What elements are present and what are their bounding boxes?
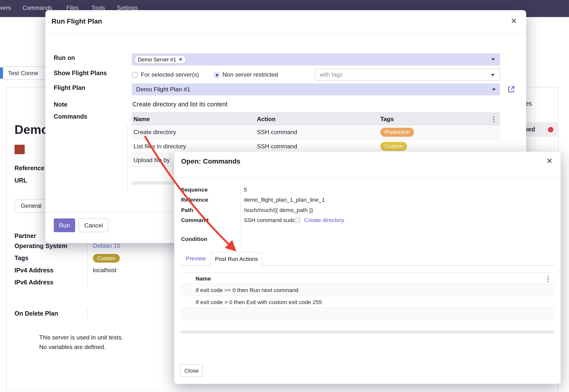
kebab-menu-icon[interactable]: ⋮ <box>490 116 497 123</box>
os-value-link[interactable]: Debian 10 <box>93 242 120 249</box>
actions-table-header: Name ⋮ <box>180 272 555 284</box>
server-tag-chip[interactable]: Demo Server #1 ✕ <box>134 55 186 64</box>
field-separator <box>87 309 87 319</box>
primary-button-edge <box>0 68 3 79</box>
notes-tab-partial[interactable]: es <box>526 100 532 108</box>
ipv4-value: localhost <box>93 267 116 274</box>
with-tags-select[interactable]: with tags <box>315 69 500 81</box>
sequence-value: 5 <box>244 186 247 193</box>
field-separator <box>241 185 241 230</box>
partner-label: Partner <box>14 233 36 240</box>
action-row-empty <box>180 308 555 320</box>
chevron-down-icon <box>491 58 495 61</box>
condition-label: Condition <box>181 236 207 242</box>
screen: vers Commands Files Tools Settings Test … <box>0 0 569 392</box>
radio-for-selected-servers-label[interactable]: For selected server(s) <box>141 71 199 78</box>
tag-badge-production: Production <box>380 128 414 137</box>
flight-plan-select[interactable]: Demo Flight Plan #1 <box>132 84 500 96</box>
close-button[interactable]: Close <box>180 364 203 377</box>
command-label: Command <box>181 217 209 224</box>
table-left-guide <box>127 125 127 192</box>
run-on-label: Run on <box>54 55 75 62</box>
col-header-tags[interactable]: Tags <box>380 113 394 125</box>
test-connection-button[interactable]: Test Conne <box>3 66 46 80</box>
action-text: If exit code == 0 then Run next command <box>196 284 299 296</box>
col-header-name[interactable]: Name <box>134 113 150 125</box>
unit-tests-note-line2: No variables are defined. <box>39 344 106 350</box>
radio-non-server-restricted-label[interactable]: Non server restricted <box>222 71 278 78</box>
reference-value: demo_flight_plan_1_plan_line_1 <box>244 197 325 203</box>
create-directory-link[interactable]: Create directory <box>304 217 344 224</box>
col-header-name[interactable]: Name <box>196 273 211 284</box>
modal-title: Open: Commands <box>181 157 241 165</box>
server-heading: Demo <box>14 123 49 137</box>
with-tags-placeholder: with tags <box>320 71 342 78</box>
table-header-row: Name Action Tags ⋮ <box>132 112 500 125</box>
action-row[interactable]: If exit code == 0 then Run next command <box>180 284 555 296</box>
nav-item-servers[interactable]: vers <box>0 5 11 11</box>
modal-header-divider <box>45 34 526 34</box>
command-checkbox[interactable] <box>295 217 300 223</box>
command-value: SSH command sudo <box>244 217 296 224</box>
flight-plan-label: Flight Plan <box>54 84 85 92</box>
cell-name: Create directory <box>134 125 176 140</box>
horizontal-scrollbar[interactable] <box>180 331 555 334</box>
path-label: Path <box>181 207 193 213</box>
tab-post-run-actions[interactable]: Post Run Actions <box>211 252 262 266</box>
reference-label: Reference <box>14 165 44 172</box>
ipv4-label: IPv4 Address <box>14 267 53 274</box>
remove-tag-icon[interactable]: ✕ <box>179 57 183 62</box>
commands-label: Commands <box>54 113 87 121</box>
status-red-dot-icon <box>548 127 553 132</box>
modal-header-divider <box>174 177 561 178</box>
unit-tests-note-line1: This server is used in unit tests. <box>39 334 123 341</box>
reference-label: Reference <box>181 197 208 203</box>
action-row[interactable]: If exit code > 0 then Exit with custom e… <box>180 296 555 308</box>
table-row[interactable]: Create directory SSH command Production <box>132 125 500 140</box>
color-swatch[interactable] <box>14 145 25 154</box>
modal-title: Run Flight Plan <box>52 17 102 25</box>
note-label: Note <box>54 101 68 109</box>
table-row[interactable]: List files in directory SSH command Cust… <box>132 139 500 153</box>
flight-plan-value: Demo Flight Plan #1 <box>136 86 190 93</box>
on-delete-plan-label: On Delete Plan <box>14 310 58 318</box>
action-text: If exit code > 0 then Exit with custom e… <box>196 296 322 308</box>
radio-non-server-restricted[interactable] <box>214 72 220 78</box>
cell-action: SSH command <box>257 125 297 140</box>
tag-badge-custom: Custom <box>93 254 120 263</box>
server-tag-label: Demo Server #1 <box>138 56 176 62</box>
run-on-field[interactable]: Demo Server #1 ✕ <box>132 53 500 66</box>
show-flight-plans-label: Show Flight Plans <box>54 70 107 77</box>
chevron-down-icon <box>491 74 495 76</box>
chevron-down-icon <box>492 88 496 91</box>
kebab-menu-icon[interactable]: ⋮ <box>545 275 552 282</box>
flight-plan-description: Create directory and list its content <box>132 101 228 108</box>
close-icon[interactable]: ✕ <box>546 157 553 165</box>
radio-for-selected-servers[interactable] <box>132 72 138 78</box>
tags-label: Tags <box>14 255 28 262</box>
external-link-icon[interactable] <box>507 85 515 93</box>
ipv6-label: IPv6 Address <box>14 279 53 286</box>
run-button[interactable]: Run <box>54 218 75 232</box>
url-label: URL <box>14 177 27 184</box>
path-value: /such/much/{{ demo_path }} <box>244 207 313 213</box>
cell-name: List files in directory <box>134 139 186 153</box>
sequence-label: Sequence <box>181 186 208 193</box>
cell-name: Upload file by <box>134 153 170 167</box>
tab-general[interactable]: General <box>14 199 48 213</box>
open-commands-modal: Open: Commands ✕ Sequence Reference Path… <box>174 152 561 384</box>
cell-action: SSH command <box>257 139 297 153</box>
tag-badge-custom: Custom <box>380 142 407 151</box>
field-separator <box>241 234 241 246</box>
col-header-action[interactable]: Action <box>257 113 276 125</box>
tab-preview[interactable]: Preview <box>186 255 206 262</box>
cancel-button[interactable]: Cancel <box>79 218 109 232</box>
close-icon[interactable]: ✕ <box>511 17 517 25</box>
os-label: Operating System <box>14 243 67 250</box>
